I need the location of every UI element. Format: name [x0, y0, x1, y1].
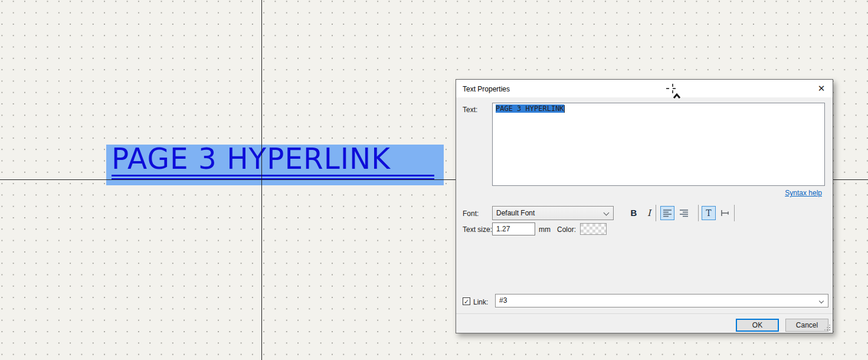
- unit-label: mm: [539, 225, 551, 234]
- vertical-text-button[interactable]: [718, 206, 732, 220]
- link-label: Link:: [473, 298, 488, 306]
- hyperlink-underline: [112, 175, 434, 176]
- link-checkbox[interactable]: ✓: [463, 297, 470, 305]
- horizontal-text-button[interactable]: T: [702, 206, 716, 220]
- dialog-titlebar[interactable]: Text Properties ✕: [456, 80, 833, 97]
- dialog-title: Text Properties: [463, 85, 510, 93]
- bold-button[interactable]: B: [627, 206, 641, 220]
- canvas-hyperlink-text[interactable]: PAGE 3 HYPERLINK: [112, 142, 391, 176]
- toolbar-separator: [698, 205, 699, 221]
- color-label: Color:: [557, 225, 576, 234]
- align-right-icon: [679, 209, 689, 217]
- text-size-label: Text size:: [463, 225, 492, 234]
- vertical-text-icon: [720, 208, 729, 218]
- text-size-input[interactable]: 1.27: [492, 222, 535, 235]
- font-label: Font:: [463, 210, 479, 218]
- text-content-editor[interactable]: PAGE 3 HYPERLINK: [492, 103, 825, 186]
- text-properties-dialog: Text Properties ✕ Text: PAGE 3 HYPERLINK…: [456, 79, 833, 333]
- text-field-label: Text:: [463, 106, 477, 114]
- toolbar-separator: [656, 205, 656, 221]
- align-right-button[interactable]: [677, 206, 691, 220]
- font-select-value: Default Font: [496, 209, 535, 217]
- resize-grip[interactable]: [829, 329, 830, 330]
- grid-axis-vertical: [261, 0, 262, 360]
- button-divider: [456, 313, 833, 314]
- toolbar-separator: [734, 205, 735, 221]
- text-caret: [564, 105, 565, 113]
- syntax-help-link[interactable]: Syntax help: [785, 189, 822, 197]
- selected-text: PAGE 3 HYPERLINK: [496, 104, 564, 113]
- close-icon[interactable]: ✕: [815, 83, 828, 94]
- font-select[interactable]: Default Font: [492, 206, 614, 220]
- chevron-down-icon: [819, 299, 824, 303]
- align-left-icon: [663, 209, 672, 217]
- link-select[interactable]: #3: [495, 294, 828, 307]
- color-swatch[interactable]: [580, 223, 607, 235]
- ok-button[interactable]: OK: [736, 319, 779, 332]
- text-size-value: 1.27: [496, 225, 510, 233]
- italic-button[interactable]: I: [642, 206, 656, 220]
- checkmark-icon: ✓: [464, 298, 469, 305]
- crosshair-cursor-icon: [664, 82, 684, 101]
- cancel-button[interactable]: Cancel: [785, 319, 828, 332]
- chevron-down-icon: [604, 210, 610, 216]
- horizontal-text-icon: T: [706, 208, 711, 218]
- align-left-button[interactable]: [660, 206, 674, 220]
- link-select-value: #3: [499, 296, 507, 305]
